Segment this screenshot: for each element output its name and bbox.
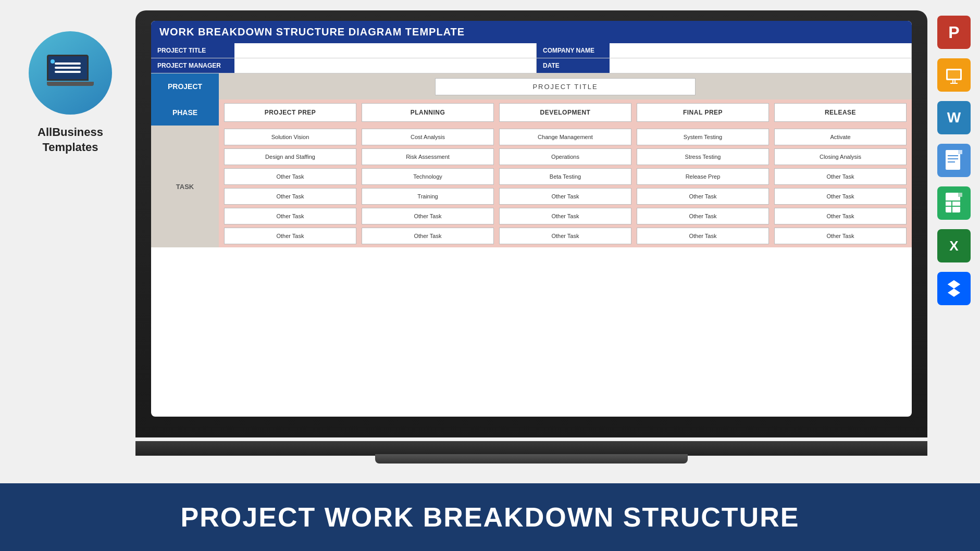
phase-row: PHASE PROJECT PREP PLANNING DEVELOPMENT … (151, 99, 912, 126)
task-0-3[interactable]: System Testing (637, 129, 769, 145)
task-1-4[interactable]: Closing Analysis (774, 148, 907, 165)
slides-icon[interactable] (937, 58, 971, 92)
task-2-0[interactable]: Other Task (224, 168, 356, 185)
task-1-3[interactable]: Stress Testing (637, 148, 769, 165)
task-4-1[interactable]: Other Task (362, 208, 494, 224)
laptop-container: WORK BREAKDOWN STRUCTURE DIAGRAM TEMPLAT… (135, 10, 927, 464)
task-row-4: Other Task Other Task Other Task Other T… (224, 208, 907, 224)
task-row-5: Other Task Other Task Other Task Other T… (224, 228, 907, 244)
task-row-1: Design and Staffing Risk Assessment Oper… (224, 148, 907, 165)
laptop-screen-decoration (47, 55, 89, 81)
task-5-4[interactable]: Other Task (774, 228, 907, 244)
task-2-2[interactable]: Beta Testing (499, 168, 631, 185)
task-0-1[interactable]: Cost Analysis (362, 129, 494, 145)
phase-cell-1[interactable]: PLANNING (362, 103, 494, 122)
svg-rect-7 (948, 158, 958, 159)
task-0-2[interactable]: Change Management (499, 129, 631, 145)
phase-cell-2[interactable]: DEVELOPMENT (499, 103, 631, 122)
powerpoint-icon[interactable]: P (937, 16, 971, 49)
word-icon[interactable]: W (937, 101, 971, 134)
company-name-label: COMPANY NAME (537, 43, 610, 58)
logo-circle (29, 31, 112, 115)
task-label: TASK (151, 126, 219, 247)
project-title-box[interactable]: PROJECT TITLE (435, 78, 696, 95)
phase-cell-4[interactable]: RELEASE (774, 103, 907, 122)
task-5-0[interactable]: Other Task (224, 228, 356, 244)
task-5-3[interactable]: Other Task (637, 228, 769, 244)
svg-rect-8 (948, 161, 955, 162)
task-1-0[interactable]: Design and Staffing (224, 148, 356, 165)
wbs-title: WORK BREAKDOWN STRUCTURE DIAGRAM TEMPLAT… (159, 26, 465, 37)
laptop-body: WORK BREAKDOWN STRUCTURE DIAGRAM TEMPLAT… (135, 10, 927, 437)
svg-rect-6 (948, 155, 958, 156)
svg-rect-11 (946, 193, 960, 212)
svg-rect-5 (946, 150, 960, 170)
excel-icon[interactable]: X (937, 229, 971, 262)
phase-cell-3[interactable]: FINAL PREP (637, 103, 769, 122)
task-4-2[interactable]: Other Task (499, 208, 631, 224)
wbs-table: PROJECT PROJECT TITLE PHASE PROJECT PREP… (151, 73, 912, 247)
right-panel: P W X (928, 0, 980, 483)
laptop-screen: WORK BREAKDOWN STRUCTURE DIAGRAM TEMPLAT… (151, 21, 912, 417)
svg-rect-1 (948, 70, 960, 79)
task-4-4[interactable]: Other Task (774, 208, 907, 224)
project-manager-label: PROJECT MANAGER (151, 58, 234, 73)
task-3-1[interactable]: Training (362, 188, 494, 205)
task-1-2[interactable]: Operations (499, 148, 631, 165)
task-3-3[interactable]: Other Task (637, 188, 769, 205)
task-row-3: Other Task Training Other Task Other Tas… (224, 188, 907, 205)
svg-marker-18 (948, 280, 960, 289)
svg-rect-16 (958, 193, 962, 197)
task-2-1[interactable]: Technology (362, 168, 494, 185)
date-value[interactable] (610, 58, 912, 73)
info-row-2: PROJECT MANAGER DATE (151, 58, 912, 73)
project-title-cell: PROJECT TITLE (219, 73, 912, 99)
task-2-3[interactable]: Release Prep (637, 168, 769, 185)
date-label: DATE (537, 58, 610, 73)
task-3-2[interactable]: Other Task (499, 188, 631, 205)
project-title-value[interactable] (234, 43, 537, 58)
left-panel: AllBusinessTemplates (0, 0, 141, 483)
laptop-base (375, 454, 688, 464)
task-4-0[interactable]: Other Task (224, 208, 356, 224)
task-0-4[interactable]: Activate (774, 129, 907, 145)
bottom-banner-text: PROJECT WORK BREAKDOWN STRUCTURE (181, 502, 800, 533)
task-0-0[interactable]: Solution Vision (224, 129, 356, 145)
sheets-icon[interactable] (937, 186, 971, 220)
task-section: TASK Solution Vision Cost Analysis Chang… (151, 126, 912, 247)
dropbox-icon[interactable] (937, 272, 971, 305)
project-title-label: PROJECT TITLE (151, 43, 234, 58)
task-4-3[interactable]: Other Task (637, 208, 769, 224)
brand-name: AllBusinessTemplates (38, 125, 103, 155)
laptop-hinge (135, 441, 927, 456)
logo-laptop-icon (47, 55, 94, 91)
project-manager-value[interactable] (234, 58, 537, 73)
task-5-1[interactable]: Other Task (362, 228, 494, 244)
task-1-1[interactable]: Risk Assessment (362, 148, 494, 165)
task-2-4[interactable]: Other Task (774, 168, 907, 185)
wbs-content: WORK BREAKDOWN STRUCTURE DIAGRAM TEMPLAT… (151, 21, 912, 417)
task-row-0: Solution Vision Cost Analysis Change Man… (224, 129, 907, 145)
project-label: PROJECT (151, 73, 219, 99)
task-grid: Solution Vision Cost Analysis Change Man… (219, 126, 912, 247)
task-5-2[interactable]: Other Task (499, 228, 631, 244)
task-3-4[interactable]: Other Task (774, 188, 907, 205)
phase-cells: PROJECT PREP PLANNING DEVELOPMENT FINAL … (219, 99, 912, 126)
phase-label: PHASE (151, 99, 219, 126)
task-row-2: Other Task Technology Beta Testing Relea… (224, 168, 907, 185)
svg-rect-10 (958, 150, 962, 154)
wbs-title-bar: WORK BREAKDOWN STRUCTURE DIAGRAM TEMPLAT… (151, 21, 912, 43)
info-row-1: PROJECT TITLE COMPANY NAME (151, 43, 912, 58)
company-name-value[interactable] (610, 43, 912, 58)
task-3-0[interactable]: Other Task (224, 188, 356, 205)
bottom-banner: PROJECT WORK BREAKDOWN STRUCTURE (0, 483, 980, 551)
docs-icon[interactable] (937, 144, 971, 177)
phase-cell-0[interactable]: PROJECT PREP (224, 103, 356, 122)
project-row: PROJECT PROJECT TITLE (151, 73, 912, 99)
